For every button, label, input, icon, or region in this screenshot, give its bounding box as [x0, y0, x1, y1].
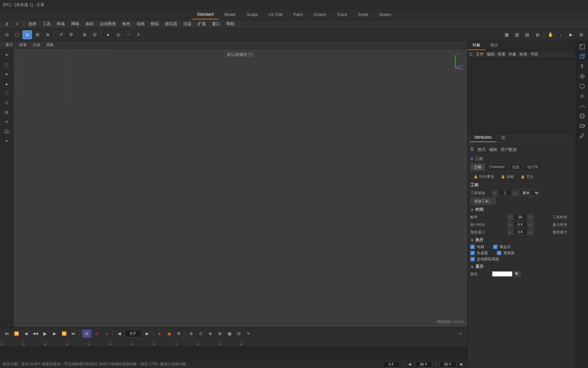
min-time-increment[interactable]: › — [528, 221, 533, 228]
transport-prev-frame[interactable]: ◀ — [22, 329, 30, 338]
strip-viewport-icon[interactable] — [578, 42, 587, 51]
sub2-tab-nodes[interactable]: 🔒 节点 — [517, 173, 537, 180]
preview-min-decrement[interactable]: ‹ — [507, 229, 513, 235]
undo-btn[interactable]: Z — [2, 20, 12, 29]
tool-grid[interactable]: ⊞ — [80, 30, 89, 39]
project-scale-increment[interactable]: › — [512, 190, 518, 196]
exec-generators-check[interactable] — [470, 251, 475, 255]
current-frame[interactable]: 0 F — [125, 330, 142, 337]
left-icon-light[interactable]: ⊙ — [2, 98, 12, 107]
frame-end-prev[interactable]: ◀ — [407, 362, 412, 367]
menu-extend[interactable]: 扩展 — [195, 20, 209, 28]
transport-prev-key[interactable]: ⏪ — [12, 329, 20, 338]
transport-play-reverse[interactable]: ◀◀ — [31, 329, 39, 338]
transport-to-end[interactable]: ⏭ — [69, 329, 78, 338]
frame-start-display[interactable]: 0 F — [383, 361, 400, 367]
strip-hex-icon[interactable] — [578, 82, 587, 91]
menu-mograph[interactable]: 运动图形 — [97, 20, 119, 28]
color-eyedrop[interactable]: 🔍 — [514, 271, 521, 277]
inner-tab-info[interactable]: 信息 — [508, 163, 523, 171]
transport-record-sel[interactable]: ⊞ — [82, 329, 92, 338]
preview-min-increment[interactable]: › — [528, 229, 533, 235]
right-menu-bookmark[interactable]: 书签 — [530, 51, 538, 57]
left-icon-camera[interactable]: 🎥 — [2, 127, 12, 136]
transport-btn6[interactable]: ⊙ — [197, 329, 205, 338]
tool-circle[interactable]: ○ — [124, 30, 133, 39]
exec-animation-check[interactable] — [470, 245, 475, 249]
preview-min-value[interactable]: 0 F — [513, 229, 527, 235]
sub2-tab-anim[interactable]: 🔒 动画 — [497, 173, 517, 180]
frame-end-display[interactable]: 90 F — [415, 361, 432, 367]
strip-camera-icon[interactable] — [578, 121, 587, 130]
timeline-track[interactable] — [0, 346, 467, 360]
tool-select-rect[interactable]: ▢ — [12, 30, 22, 39]
tool-scale2[interactable]: ⚙ — [66, 30, 76, 39]
menu-spline[interactable]: 样条 — [54, 20, 68, 28]
tab-paint[interactable]: Paint — [288, 10, 308, 19]
inner-tab-project[interactable]: 工程 — [470, 163, 485, 171]
tab-scene[interactable]: 场次 — [485, 41, 503, 50]
tool-rotate[interactable]: ↺ — [56, 30, 66, 39]
transport-btn9[interactable]: ▦ — [225, 329, 233, 338]
menu-tracker[interactable]: 跟踪器 — [162, 20, 180, 28]
sub2-tab-todo[interactable]: 🔒 待办事项 — [470, 173, 497, 180]
tab-layer[interactable]: 层 — [496, 134, 510, 142]
min-time-value[interactable]: 0 F — [513, 221, 527, 228]
menu-tools[interactable]: 工具 — [40, 20, 53, 28]
transport-next-key[interactable]: ⏩ — [60, 329, 68, 338]
tab-standard[interactable]: Standard — [192, 10, 219, 19]
right-menu-file[interactable]: 文件 — [476, 51, 484, 57]
toolbar-play[interactable]: ▶ — [566, 30, 576, 39]
submenu-mode[interactable]: 模式 — [477, 147, 486, 153]
transport-btn10[interactable]: ⊟ — [235, 329, 243, 338]
transport-btn8[interactable]: ⊞ — [216, 329, 224, 338]
exec-deformers-check[interactable] — [497, 251, 501, 255]
tab-sculpt[interactable]: Sculpt — [241, 10, 263, 19]
project-scale-value[interactable]: 1 — [498, 190, 512, 196]
strip-cube-icon[interactable] — [578, 52, 587, 61]
strip-gear-icon[interactable] — [578, 92, 587, 101]
fps-increment[interactable]: › — [528, 214, 533, 220]
view-opt-panel[interactable]: 面板 — [44, 42, 56, 48]
left-icon-grid[interactable]: ⊞ — [2, 108, 12, 117]
tool-select-poly[interactable]: ◉ — [22, 30, 32, 39]
menu-volume[interactable]: 体积 — [83, 20, 96, 28]
right-menu-edit[interactable]: 编辑 — [487, 51, 495, 57]
view-opt-options[interactable]: 选项 — [16, 42, 29, 48]
redo-btn[interactable]: ↺ — [12, 20, 22, 29]
transport-sound[interactable]: ♪ — [102, 329, 111, 338]
transport-play[interactable]: ▶ — [41, 329, 49, 338]
right-menu-object[interactable]: 对象 — [508, 51, 517, 57]
tab-nodes[interactable]: Nodes — [374, 10, 397, 19]
left-icon-circle[interactable]: ● — [2, 70, 12, 78]
transport-edit[interactable]: ✎ — [244, 329, 252, 338]
tool-target[interactable]: ◎ — [113, 30, 123, 39]
tab-attributes[interactable]: Attributes — [470, 134, 496, 142]
fps-value[interactable]: 30 — [513, 214, 527, 220]
tab-model[interactable]: Model — [219, 10, 241, 19]
left-icon-rect[interactable]: ◻ — [2, 60, 12, 69]
toolbar-render1[interactable]: ▦ — [502, 30, 511, 39]
tab-uvedit[interactable]: UV Edit — [263, 10, 288, 19]
transport-expand[interactable]: ⤢ — [456, 329, 464, 338]
strip-light-icon[interactable] — [578, 72, 587, 81]
tool-grid2[interactable]: ⊟ — [90, 30, 99, 39]
tool-scale[interactable]: ⊗ — [43, 30, 52, 39]
toolbar-render4[interactable]: ◍ — [533, 30, 542, 39]
frame-end2-display[interactable]: 90 F — [439, 361, 456, 367]
toolbar-render2[interactable]: ▥ — [512, 30, 522, 39]
right-menu-tag[interactable]: 标签 — [519, 51, 527, 57]
color-swatch[interactable] — [492, 271, 512, 277]
menu-help[interactable]: 帮助 — [224, 20, 237, 28]
menu-character[interactable]: 角色 — [119, 20, 133, 28]
inner-tab-cineware[interactable]: Cineware — [485, 163, 508, 171]
min-time-decrement[interactable]: ‹ — [507, 221, 513, 228]
right-menu-view[interactable]: 查看 — [497, 51, 506, 57]
left-icon-poly[interactable]: ▲ — [2, 79, 12, 88]
right-scrollable[interactable]: ☰ 模式 编辑 用户数据 ⚙ 工程 工程 Cineware 信息 — [468, 144, 576, 368]
toolbar-hand[interactable]: ✋ — [546, 30, 555, 39]
tab-object[interactable]: 对象 — [468, 41, 485, 50]
strip-paint-icon[interactable] — [578, 131, 587, 140]
strip-curve-icon[interactable] — [578, 102, 587, 110]
transport-to-start[interactable]: ⏮ — [3, 329, 11, 338]
